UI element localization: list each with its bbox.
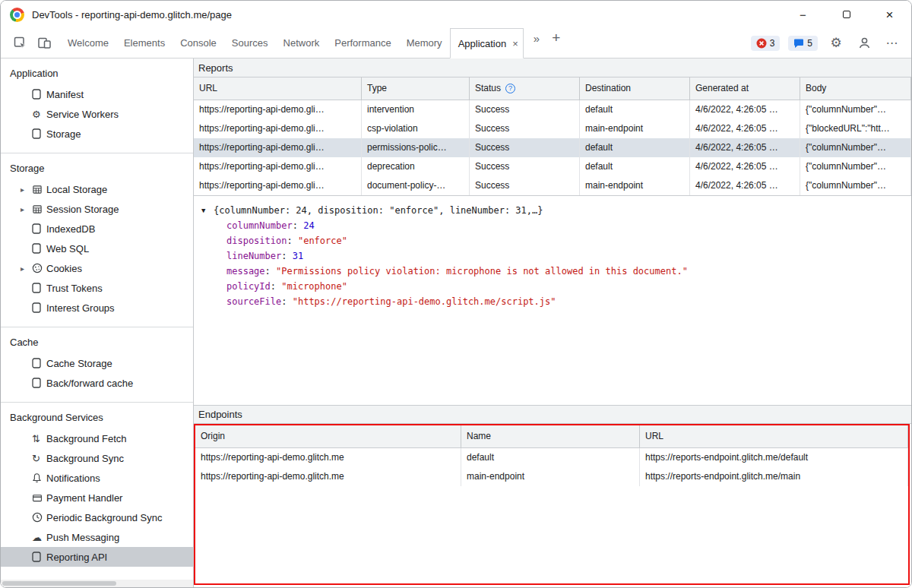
cell-type[interactable]: permissions-polic… — [362, 138, 470, 157]
cell-status[interactable]: Success — [470, 176, 580, 195]
cell-generated-at[interactable]: 4/6/2022, 4:26:05 … — [690, 119, 800, 138]
expand-arrow-icon[interactable]: ▸ — [21, 205, 32, 213]
column-header-origin[interactable]: Origin — [195, 425, 461, 448]
cell-destination[interactable]: default — [580, 100, 690, 119]
inspect-icon[interactable] — [10, 33, 30, 53]
sidebar-item-web-sql[interactable]: Web SQL — [1, 239, 193, 258]
tab-network[interactable]: Network — [276, 28, 328, 58]
more-menu-icon[interactable]: ⋯ — [882, 33, 902, 53]
sidebar-item-periodic-background-sync[interactable]: Periodic Background Sync — [1, 507, 193, 527]
sidebar-item-push-messaging[interactable]: ☁ Push Messaging — [1, 527, 193, 547]
sidebar-item-interest-groups[interactable]: Interest Groups — [1, 298, 193, 318]
cell-type[interactable]: intervention — [362, 100, 470, 119]
endpoint-row[interactable]: https://reporting-api-demo.glitch.me mai… — [195, 467, 908, 486]
tab-welcome[interactable]: Welcome — [60, 28, 116, 58]
tab-application[interactable]: Application × — [450, 28, 524, 58]
cell-generated-at[interactable]: 4/6/2022, 4:26:05 … — [690, 138, 800, 157]
sidebar-horizontal-scrollbar[interactable] — [1, 580, 193, 587]
sidebar-item-reporting-api[interactable]: Reporting API — [1, 547, 193, 567]
sidebar-item-cookies[interactable]: ▸ Cookies — [1, 258, 193, 278]
detail-expander-icon[interactable]: ▼ — [201, 204, 214, 218]
sidebar-item-background-sync[interactable]: ↻ Background Sync — [1, 448, 193, 468]
expand-arrow-icon[interactable]: ▸ — [21, 264, 32, 273]
cell-body[interactable]: {"columnNumber"… — [800, 176, 911, 195]
cell-type[interactable]: document-policy-… — [362, 176, 470, 195]
sidebar-item-indexeddb[interactable]: IndexedDB — [1, 219, 193, 239]
column-header-generated-at[interactable]: Generated at — [690, 77, 800, 100]
tab-console[interactable]: Console — [173, 28, 224, 58]
sidebar-item-manifest[interactable]: Manifest — [1, 84, 193, 104]
help-icon[interactable]: ? — [505, 84, 515, 93]
cell-body[interactable]: {"columnNumber"… — [800, 100, 911, 119]
sidebar-item-local-storage[interactable]: ▸ Local Storage — [1, 179, 193, 199]
cell-body[interactable]: {"columnNumber"… — [800, 157, 911, 176]
console-messages-badge[interactable]: 5 — [788, 36, 818, 51]
report-row[interactable]: https://reporting-api-demo.gli… csp-viol… — [194, 119, 911, 138]
json-root[interactable]: ▼{columnNumber: 24, disposition: "enforc… — [201, 204, 911, 218]
new-tab-icon[interactable]: + — [546, 28, 566, 48]
tab-memory[interactable]: Memory — [399, 28, 450, 58]
report-row[interactable]: https://reporting-api-demo.gli… deprecat… — [194, 157, 911, 176]
cell-origin[interactable]: https://reporting-api-demo.glitch.me — [195, 467, 461, 486]
sidebar-item-service-workers[interactable]: ⚙ Service Workers — [1, 104, 193, 124]
cell-status[interactable]: Success — [470, 119, 580, 138]
maximize-button[interactable] — [825, 1, 868, 28]
column-header-name[interactable]: Name — [461, 425, 640, 448]
close-button[interactable]: × — [868, 1, 911, 28]
sidebar-item-background-fetch[interactable]: ⇅ Background Fetch — [1, 428, 193, 448]
column-header-url[interactable]: URL — [194, 77, 362, 100]
scrollbar-thumb[interactable] — [2, 581, 116, 586]
cell-destination[interactable]: main-endpoint — [580, 176, 690, 195]
cell-url[interactable]: https://reporting-api-demo.gli… — [194, 157, 362, 176]
device-toolbar-icon[interactable] — [34, 33, 54, 53]
cell-endpoint-url[interactable]: https://reports-endpoint.glitch.me/defau… — [640, 448, 908, 467]
sidebar-item-session-storage[interactable]: ▸ Session Storage — [1, 199, 193, 219]
cell-url[interactable]: https://reporting-api-demo.gli… — [194, 119, 362, 138]
cell-destination[interactable]: default — [580, 138, 690, 157]
minimize-button[interactable]: − — [781, 1, 825, 28]
sidebar-item-back-forward-cache[interactable]: Back/forward cache — [1, 373, 193, 393]
column-header-destination[interactable]: Destination — [580, 77, 690, 100]
cell-generated-at[interactable]: 4/6/2022, 4:26:05 … — [690, 157, 800, 176]
report-row[interactable]: https://reporting-api-demo.gli… document… — [194, 176, 911, 195]
expand-arrow-icon[interactable]: ▸ — [21, 185, 32, 194]
cell-url[interactable]: https://reporting-api-demo.gli… — [194, 138, 362, 157]
cell-type[interactable]: deprecation — [362, 157, 470, 176]
tab-close-icon[interactable]: × — [512, 38, 518, 49]
cell-endpoint-url[interactable]: https://reports-endpoint.glitch.me/main — [640, 467, 908, 486]
tab-sources[interactable]: Sources — [224, 28, 276, 58]
cell-url[interactable]: https://reporting-api-demo.gli… — [194, 176, 362, 195]
cell-name[interactable]: main-endpoint — [461, 467, 640, 486]
console-errors-badge[interactable]: 3 — [751, 36, 781, 51]
cell-name[interactable]: default — [461, 448, 640, 467]
profile-icon[interactable] — [854, 33, 874, 53]
cell-status[interactable]: Success — [470, 138, 580, 157]
cell-generated-at[interactable]: 4/6/2022, 4:26:05 … — [690, 100, 800, 119]
cell-status[interactable]: Success — [470, 157, 580, 176]
cell-generated-at[interactable]: 4/6/2022, 4:26:05 … — [690, 176, 800, 195]
cell-status[interactable]: Success — [470, 100, 580, 119]
more-tabs-icon[interactable]: » — [527, 28, 546, 48]
report-row-selected[interactable]: https://reporting-api-demo.gli… permissi… — [194, 138, 911, 157]
sidebar-item-payment-handler[interactable]: Payment Handler — [1, 488, 193, 507]
column-header-type[interactable]: Type — [362, 77, 470, 100]
sidebar-item-cache-storage[interactable]: Cache Storage — [1, 353, 193, 373]
settings-gear-icon[interactable]: ⚙ — [826, 33, 846, 53]
cell-url[interactable]: https://reporting-api-demo.gli… — [194, 100, 362, 119]
sidebar-item-storage[interactable]: Storage — [1, 124, 193, 144]
cell-destination[interactable]: default — [580, 157, 690, 176]
cell-body[interactable]: {"columnNumber"… — [800, 138, 911, 157]
endpoint-row[interactable]: https://reporting-api-demo.glitch.me def… — [195, 448, 908, 467]
tab-elements[interactable]: Elements — [116, 28, 173, 58]
cell-body[interactable]: {"blockedURL":"htt… — [800, 119, 911, 138]
sidebar-item-trust-tokens[interactable]: Trust Tokens — [1, 278, 193, 298]
sidebar-item-notifications[interactable]: Notifications — [1, 468, 193, 488]
cell-destination[interactable]: main-endpoint — [580, 119, 690, 138]
column-header-status[interactable]: Status ? — [470, 77, 580, 100]
column-header-endpoint-url[interactable]: URL — [640, 425, 908, 448]
cell-type[interactable]: csp-violation — [362, 119, 470, 138]
report-row[interactable]: https://reporting-api-demo.gli… interven… — [194, 100, 911, 119]
column-header-body[interactable]: Body — [800, 77, 911, 100]
tab-performance[interactable]: Performance — [327, 28, 398, 58]
cell-origin[interactable]: https://reporting-api-demo.glitch.me — [195, 448, 461, 467]
